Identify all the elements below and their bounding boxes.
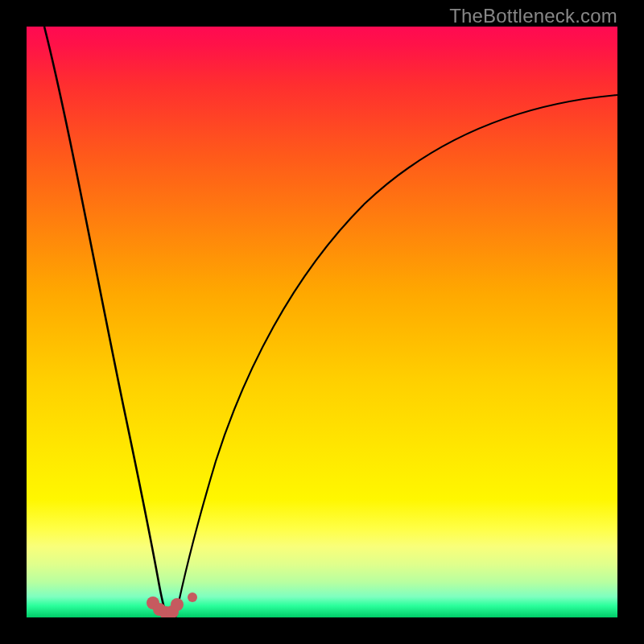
curves-layer: [44, 27, 617, 617]
attribution-text: TheBottleneck.com: [449, 5, 617, 27]
marker-cluster: [147, 592, 197, 617]
left-curve: [44, 27, 167, 617]
outer-frame: TheBottleneck.com: [0, 0, 644, 644]
marker-dot: [171, 598, 184, 611]
chart-svg: [27, 27, 617, 617]
marker-dot: [188, 592, 197, 602]
right-curve: [175, 95, 617, 617]
plot-area: [27, 27, 617, 617]
